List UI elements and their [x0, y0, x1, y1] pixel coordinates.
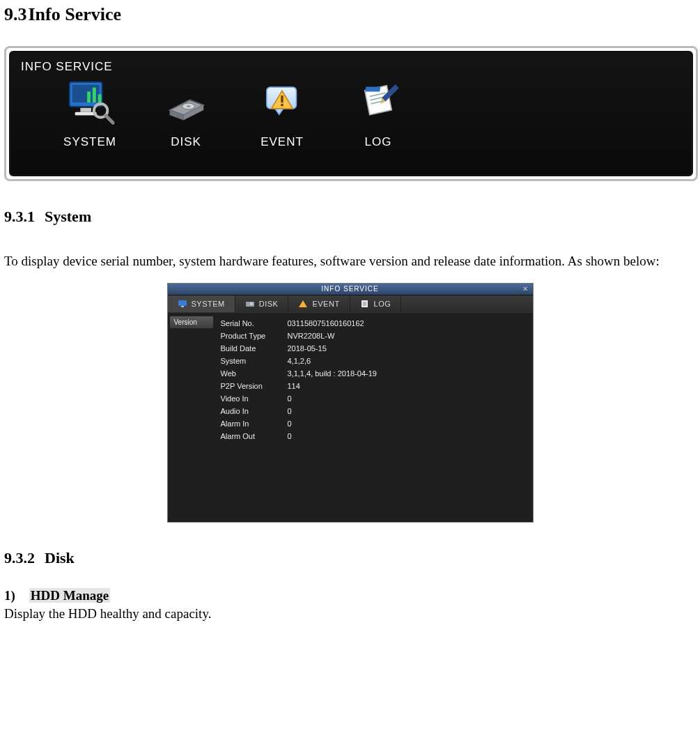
disk-item-1-number: 1)	[4, 588, 15, 603]
heading-9-3-number: 9.3	[4, 4, 27, 24]
kv-row: Alarm Out0	[221, 430, 529, 442]
svg-rect-6	[98, 94, 102, 102]
svg-point-29	[250, 302, 253, 305]
version-side: Version	[168, 313, 218, 522]
kv-row: Build Date2018-05-15	[221, 342, 529, 355]
tab-log[interactable]: LOG	[350, 295, 402, 312]
kv-row: Web3,1,1,4, build : 2018-04-19	[221, 367, 529, 380]
svg-line-8	[105, 116, 113, 123]
event-alert-icon	[255, 77, 309, 131]
para-system-desc: To display device serial number, system …	[4, 247, 696, 276]
kv-value: 031158075160160162	[288, 319, 529, 327]
kv-value: 114	[288, 382, 529, 390]
kv-value: 2018-05-15	[288, 344, 529, 353]
kv-key: Audio In	[221, 407, 288, 415]
kv-key: System	[221, 357, 288, 365]
heading-9-3-1: 9.3.1System	[4, 208, 696, 226]
svg-rect-26	[178, 300, 187, 306]
info-service-icon-row: SYSTEM DISK	[21, 77, 681, 149]
icon-item-log[interactable]: LOG	[351, 77, 405, 149]
system-mini-icon	[178, 300, 187, 308]
svg-rect-20	[365, 87, 380, 92]
heading-9-3-2-text: Disk	[45, 549, 75, 566]
svg-marker-15	[275, 109, 283, 115]
heading-9-3-2: 9.3.2Disk	[4, 549, 696, 567]
info-service-version-header: INFO SERVICE ✕	[168, 284, 533, 295]
kv-value: 0	[288, 407, 529, 415]
tab-system[interactable]: SYSTEM	[168, 295, 235, 312]
event-mini-icon	[298, 300, 308, 308]
version-table: Serial No.031158075160160162 Product Typ…	[218, 313, 533, 522]
tab-event-label: EVENT	[312, 300, 339, 308]
kv-row: Video In0	[221, 392, 529, 405]
info-service-version-panel-wrap: INFO SERVICE ✕ SYSTEM DISK EVENT	[4, 283, 696, 523]
icon-label-system: SYSTEM	[63, 135, 116, 149]
disk-hdd-icon	[159, 77, 213, 131]
kv-key: Product Type	[221, 332, 288, 340]
info-service-version-panel: INFO SERVICE ✕ SYSTEM DISK EVENT	[167, 283, 534, 523]
log-mini-icon	[360, 300, 370, 308]
kv-key: Alarm In	[221, 419, 288, 428]
disk-mini-icon	[245, 300, 255, 308]
kv-key: Web	[221, 369, 288, 378]
kv-row: System4,1,2,6	[221, 355, 529, 367]
kv-value: 0	[288, 419, 529, 428]
info-service-icon-panel-frame: INFO SERVICE	[4, 46, 698, 181]
svg-rect-27	[181, 306, 184, 307]
heading-9-3-1-text: System	[45, 208, 91, 225]
icon-item-system[interactable]: SYSTEM	[63, 77, 117, 149]
kv-row: P2P Version114	[221, 380, 529, 392]
kv-key: Serial No.	[221, 319, 288, 327]
kv-row: Audio In0	[221, 405, 529, 417]
version-body: Version Serial No.031158075160160162 Pro…	[168, 313, 533, 522]
tab-event[interactable]: EVENT	[288, 295, 350, 312]
info-service-version-tabs: SYSTEM DISK EVENT LOG	[168, 295, 533, 313]
info-service-version-title: INFO SERVICE	[321, 285, 378, 293]
disk-item-1-text: Display the HDD healthy and capacity.	[4, 606, 696, 622]
svg-point-13	[187, 105, 190, 107]
kv-key: Alarm Out	[221, 432, 288, 440]
disk-item-1: 1)HDD Manage	[4, 588, 696, 603]
kv-key: Build Date	[221, 344, 288, 353]
kv-value: 0	[288, 394, 529, 403]
kv-row: Alarm In0	[221, 417, 529, 430]
kv-key: Video In	[221, 394, 288, 403]
icon-label-disk: DISK	[171, 135, 201, 149]
disk-item-1-label: HDD Manage	[29, 588, 110, 603]
kv-row: Product TypeNVR2208L-W	[221, 330, 529, 342]
tab-system-label: SYSTEM	[192, 300, 225, 308]
heading-9-3: 9.3Info Service	[4, 4, 696, 25]
kv-value: NVR2208L-W	[288, 332, 529, 340]
tab-log-label: LOG	[374, 300, 391, 308]
icon-item-event[interactable]: EVENT	[255, 77, 309, 149]
kv-value: 3,1,1,4, build : 2018-04-19	[288, 369, 529, 378]
tab-disk[interactable]: DISK	[235, 295, 289, 312]
kv-value: 0	[288, 432, 529, 440]
svg-rect-4	[87, 91, 91, 102]
icon-label-log: LOG	[365, 135, 392, 149]
heading-9-3-text: Info Service	[29, 4, 122, 24]
system-monitor-icon	[63, 77, 117, 131]
heading-9-3-1-number: 9.3.1	[4, 208, 35, 225]
side-pill-version[interactable]: Version	[169, 316, 214, 329]
svg-marker-30	[299, 300, 307, 307]
svg-rect-5	[93, 88, 96, 102]
kv-value: 4,1,2,6	[288, 357, 529, 365]
svg-rect-18	[281, 104, 283, 106]
log-notepad-icon	[351, 77, 405, 131]
close-icon[interactable]: ✕	[522, 285, 530, 293]
icon-item-disk[interactable]: DISK	[159, 77, 213, 149]
heading-9-3-2-number: 9.3.2	[4, 549, 35, 566]
kv-row: Serial No.031158075160160162	[221, 317, 529, 330]
info-service-panel-title: INFO SERVICE	[21, 60, 681, 74]
tab-disk-label: DISK	[259, 300, 279, 308]
svg-rect-28	[246, 302, 254, 307]
info-service-icon-panel: INFO SERVICE	[9, 51, 693, 176]
svg-rect-17	[281, 95, 283, 102]
kv-key: P2P Version	[221, 382, 288, 390]
svg-rect-2	[80, 108, 91, 112]
icon-label-event: EVENT	[260, 135, 304, 149]
